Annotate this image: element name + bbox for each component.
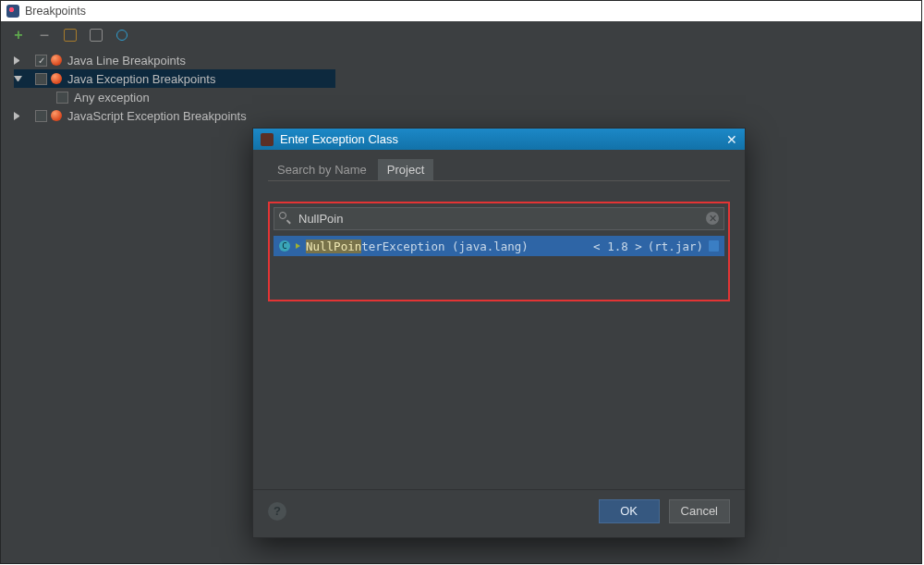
help-icon[interactable]: ? [268, 502, 286, 521]
cancel-button[interactable]: Cancel [669, 499, 730, 523]
tree-label: Any exception [74, 91, 150, 104]
result-package: (java.lang) [452, 240, 529, 253]
app-icon [6, 5, 19, 18]
tree-label: JavaScript Exception Breakpoints [67, 109, 247, 123]
group-by-file-icon[interactable] [88, 27, 104, 43]
clear-icon[interactable]: ✕ [706, 212, 719, 225]
tree-row-java-line[interactable]: ✓ Java Line Breakpoints [14, 51, 921, 69]
tree-row-any-exception[interactable]: Any exception [14, 88, 921, 106]
breakpoint-icon [51, 55, 62, 66]
checkbox[interactable]: ✓ [35, 55, 47, 67]
breakpoint-icon [51, 73, 62, 84]
collapse-icon[interactable] [14, 76, 22, 84]
tree-label: Java Exception Breakpoints [67, 72, 215, 86]
window-title: Breakpoints [25, 5, 86, 18]
close-icon[interactable]: ✕ [726, 132, 737, 147]
breakpoints-tree: ✓ Java Line Breakpoints Java Exception B… [1, 49, 921, 125]
search-result-row[interactable]: C NullPointerException (java.lang) < 1.8… [274, 236, 724, 256]
dialog-tabs: Search by Name Project [268, 159, 730, 181]
search-area-highlight: ✕ C NullPointerException (java.lang) < 1… [268, 202, 730, 301]
breakpoints-window: Breakpoints + − ✓ Java Line Breakpoints … [0, 0, 922, 564]
tab-search-by-name[interactable]: Search by Name [268, 159, 376, 180]
result-jdk: < 1.8 > [593, 240, 642, 253]
dialog-body: Search by Name Project ✕ C NullPointerEx… [253, 150, 745, 489]
view-options-icon[interactable] [114, 27, 130, 43]
dialog-footer: ? OK Cancel [253, 489, 745, 537]
dialog-title: Enter Exception Class [280, 132, 398, 146]
search-input[interactable] [274, 207, 724, 230]
toolbar: + − [1, 21, 921, 49]
tab-project[interactable]: Project [378, 159, 433, 180]
search-icon [279, 212, 292, 225]
expand-icon[interactable] [14, 112, 22, 120]
tree-row-js-exception[interactable]: JavaScript Exception Breakpoints [14, 106, 921, 125]
ok-button[interactable]: OK [599, 499, 660, 523]
checkbox[interactable] [35, 110, 47, 122]
titlebar[interactable]: Breakpoints [1, 1, 921, 21]
enter-exception-dialog: Enter Exception Class ✕ Search by Name P… [252, 128, 746, 538]
tree-label: Java Line Breakpoints [67, 54, 186, 68]
remove-button[interactable]: − [36, 27, 53, 43]
dialog-titlebar[interactable]: Enter Exception Class ✕ [253, 129, 745, 150]
result-match: NullPoin [306, 240, 361, 253]
class-icon: C [279, 240, 290, 252]
breakpoint-icon [51, 110, 62, 121]
add-button[interactable]: + [10, 27, 27, 43]
tree-row-java-exception[interactable]: Java Exception Breakpoints [14, 69, 335, 88]
nav-icon [296, 243, 300, 249]
result-rest: terException [361, 240, 444, 253]
group-by-type-icon[interactable] [62, 27, 79, 43]
result-jar: (rt.jar) [648, 240, 703, 253]
dialog-icon [261, 133, 274, 146]
expand-icon[interactable] [14, 56, 22, 65]
checkbox[interactable] [35, 73, 47, 85]
checkbox[interactable] [56, 92, 68, 104]
search-wrap: ✕ [274, 207, 724, 230]
jar-icon [709, 240, 719, 252]
